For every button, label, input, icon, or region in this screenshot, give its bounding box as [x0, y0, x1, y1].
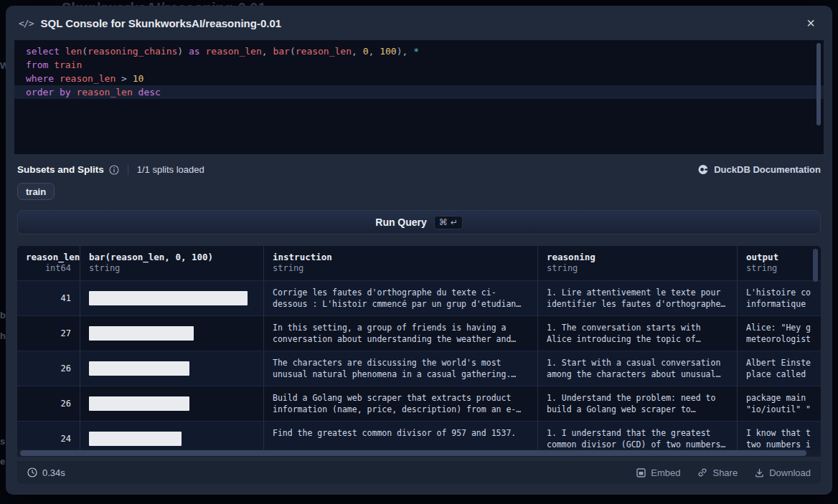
backdrop-edge-letter: W — [0, 60, 6, 71]
results-table: reason_lenint64bar(reason_len, 0, 100)st… — [17, 246, 821, 457]
bar-glyph — [89, 396, 189, 411]
modal-title: SQL Console for SkunkworksAI/reasoning-0… — [40, 17, 802, 29]
cell-instruction: In this setting, a group of friends is h… — [264, 316, 538, 351]
split-chips: train — [17, 183, 821, 200]
run-query-label: Run Query — [375, 217, 427, 228]
cell-reasoning: 1. Understand the problem: need to build… — [538, 386, 738, 421]
share-label: Share — [712, 467, 738, 478]
cell-bar — [80, 386, 264, 421]
cell-reasoning: 1. Lire attentivement le texte pour iden… — [538, 281, 738, 315]
backdrop-edge-letter: b — [0, 310, 6, 320]
download-icon — [755, 468, 764, 477]
modal-header: </> SQL Console for SkunkworksAI/reasoni… — [6, 6, 832, 40]
table-row[interactable]: 26Build a Golang web scraper that extrac… — [17, 386, 821, 421]
query-duration: 0.34s — [27, 467, 65, 478]
cell-reason-len: 26 — [17, 351, 80, 386]
column-header-reasoning: reasoningstring — [538, 246, 738, 280]
bar-glyph — [89, 361, 189, 376]
divider — [128, 165, 128, 175]
run-query-button[interactable]: Run Query ⌘ ↵ — [17, 210, 821, 234]
table-body: 41Corrige les fautes d'orthographe du te… — [17, 280, 821, 456]
close-icon[interactable]: × — [802, 14, 819, 32]
table-header-row: reason_lenint64bar(reason_len, 0, 100)st… — [17, 246, 821, 280]
cell-bar — [80, 281, 264, 315]
column-header-bar: bar(reason_len, 0, 100)string — [80, 246, 264, 280]
cell-reasoning: 1. The conversation starts with Alice in… — [538, 316, 738, 351]
cell-output: Alice: "Hey g meteorologist — [738, 316, 821, 351]
download-label: Download — [769, 467, 811, 478]
cell-bar — [80, 351, 264, 386]
sql-code-line: where reason_len > 10 — [14, 72, 824, 85]
query-duration-value: 0.34s — [42, 467, 65, 478]
cell-bar — [80, 316, 264, 351]
sql-code: select len(reasoning_chains) as reason_l… — [14, 44, 824, 99]
cmd-enter-kbd-badge: ⌘ ↵ — [434, 216, 463, 229]
sql-code-line: order by reason_len desc — [14, 85, 824, 99]
sql-code-line: from train — [14, 58, 824, 72]
backdrop-edge-letter: h — [0, 331, 6, 341]
sql-console-modal: </> SQL Console for SkunkworksAI/reasoni… — [6, 6, 832, 495]
cell-instruction: The characters are discussing the world'… — [264, 351, 538, 386]
cell-output: package main "io/ioutil" " — [738, 386, 821, 421]
backdrop-edge-letter: s — [0, 436, 6, 447]
page-backdrop: SkunkworksAI/reasoning-0.01 Wbhse </> SQ… — [0, 0, 838, 504]
info-icon[interactable] — [109, 165, 119, 175]
column-header-instruction: instructionstring — [264, 246, 538, 280]
bar-glyph — [89, 326, 194, 341]
embed-icon — [636, 468, 646, 477]
duckdb-documentation-link[interactable]: DuckDB Documentation — [698, 164, 821, 175]
duckdb-link-label: DuckDB Documentation — [714, 164, 821, 175]
embed-label: Embed — [651, 467, 680, 478]
column-header-reason_len: reason_lenint64 — [17, 246, 80, 280]
table-horizontal-scrollbar-track[interactable] — [17, 450, 821, 457]
cell-reasoning: 1. Start with a casual conversation amon… — [538, 351, 738, 386]
footer-bar: 0.34s Embed Share — [17, 461, 821, 484]
cell-reason-len: 41 — [17, 281, 80, 315]
embed-button[interactable]: Embed — [636, 467, 680, 478]
splits-loaded-status: 1/1 splits loaded — [137, 164, 204, 175]
cell-reason-len: 26 — [17, 386, 80, 421]
share-link-icon — [697, 467, 707, 477]
cell-reason-len: 27 — [17, 316, 80, 351]
table-vertical-scrollbar[interactable] — [813, 249, 818, 282]
subsets-title: Subsets and Splits — [17, 164, 104, 175]
cell-output: Albert Einste place called — [738, 351, 821, 386]
sql-code-line: select len(reasoning_chains) as reason_l… — [14, 44, 824, 58]
split-chip-train[interactable]: train — [17, 183, 55, 200]
share-button[interactable]: Share — [697, 467, 738, 478]
duckdb-logo-icon — [698, 164, 709, 175]
cell-output: L'histoire co informatique — [738, 281, 821, 315]
sql-editor[interactable]: select len(reasoning_chains) as reason_l… — [14, 40, 824, 154]
bar-glyph — [89, 291, 248, 305]
cell-instruction: Corrige les fautes d'orthographe du text… — [264, 281, 538, 315]
cell-instruction: Build a Golang web scraper that extracts… — [264, 386, 538, 421]
clock-icon — [27, 467, 37, 477]
backdrop-edge-letter: e — [0, 456, 6, 467]
subsets-row: Subsets and Splits 1/1 splits loaded Duc… — [17, 163, 821, 176]
table-row[interactable]: 27In this setting, a group of friends is… — [17, 315, 821, 351]
bar-glyph — [89, 432, 182, 446]
table-row[interactable]: 41Corrige les fautes d'orthographe du te… — [17, 280, 821, 315]
editor-vertical-scrollbar[interactable] — [816, 43, 821, 125]
table-row[interactable]: 26The characters are discussing the worl… — [17, 351, 821, 386]
code-icon: </> — [19, 18, 33, 29]
column-header-output: outputstring — [738, 246, 821, 280]
download-button[interactable]: Download — [755, 467, 811, 478]
table-horizontal-scrollbar-thumb[interactable] — [20, 450, 806, 456]
